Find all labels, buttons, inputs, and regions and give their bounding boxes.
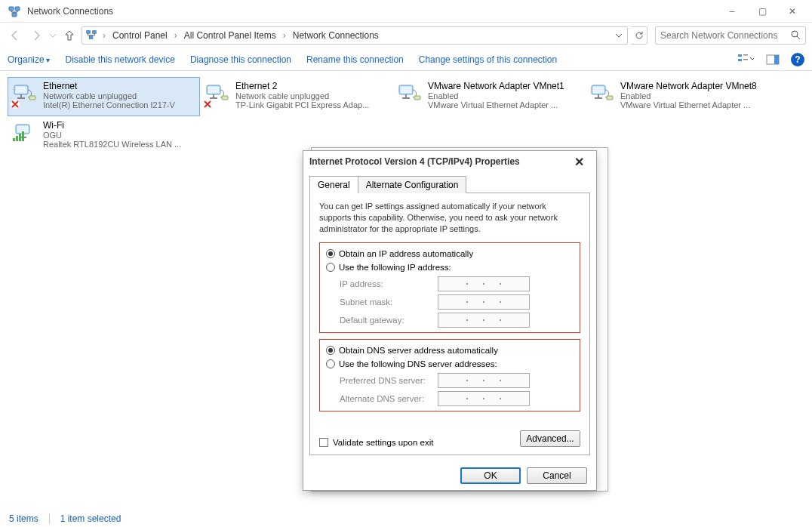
adapter-icon <box>11 81 38 108</box>
adapter-name: Ethernet 2 <box>235 81 369 91</box>
preferred-dns-row: Preferred DNS server: <box>340 373 574 388</box>
adapter-item[interactable]: Wi-Fi OGU Realtek RTL8192CU Wireless LAN… <box>8 116 200 156</box>
svg-rect-32 <box>598 94 599 97</box>
svg-rect-20 <box>208 87 219 93</box>
disable-device-link[interactable]: Disable this network device <box>65 54 174 65</box>
radio-dns-auto[interactable]: Obtain DNS server address automatically <box>326 346 574 355</box>
close-icon: ✕ <box>789 6 796 17</box>
breadcrumb-all-items[interactable]: All Control Panel Items <box>183 30 278 41</box>
window-buttons: – ▢ ✕ <box>717 0 807 23</box>
help-icon[interactable]: ? <box>791 53 804 66</box>
alternate-dns-row: Alternate DNS server: <box>340 391 574 406</box>
radio-ip-auto[interactable]: Obtain an IP address automatically <box>326 249 574 258</box>
view-menu[interactable] <box>737 51 755 69</box>
breadcrumb-control-panel[interactable]: Control Panel <box>111 30 169 41</box>
radio-ip-manual[interactable]: Use the following IP address: <box>326 263 574 272</box>
adapter-icon <box>589 81 616 108</box>
tab-alternate-configuration[interactable]: Alternate Configuration <box>358 176 467 193</box>
breadcrumb-network-connections[interactable]: Network Connections <box>291 30 380 41</box>
default-gateway-row: Default gateway: <box>340 313 574 328</box>
maximize-button[interactable]: ▢ <box>747 0 777 23</box>
adapter-device: TP-Link Gigabit PCI Express Adap... <box>235 100 369 109</box>
svg-rect-34 <box>607 96 613 100</box>
forward-button[interactable] <box>27 26 45 45</box>
tab-general[interactable]: General <box>309 176 358 193</box>
default-gateway-input <box>438 313 530 328</box>
navbar: › Control Panel › All Control Panel Item… <box>0 23 812 48</box>
alternate-dns-label: Alternate DNS server: <box>340 394 438 403</box>
adapter-device: Realtek RTL8192CU Wireless LAN ... <box>43 140 181 149</box>
preview-pane-button[interactable] <box>764 51 782 69</box>
svg-rect-4 <box>93 30 96 33</box>
organize-button[interactable]: Organize <box>8 54 50 65</box>
back-button[interactable] <box>6 26 24 45</box>
disconnected-icon <box>202 99 213 109</box>
rename-link[interactable]: Rename this connection <box>306 54 404 65</box>
adapter-device: VMware Virtual Ethernet Adapter ... <box>428 100 564 109</box>
default-gateway-label: Default gateway: <box>340 316 438 325</box>
radio-icon <box>326 359 335 368</box>
breadcrumb-separator: › <box>172 30 180 41</box>
minimize-button[interactable]: – <box>717 0 747 23</box>
svg-rect-21 <box>213 94 214 97</box>
address-dropdown[interactable] <box>614 32 624 39</box>
address-bar[interactable]: › Control Panel › All Control Panel Item… <box>82 26 628 45</box>
svg-rect-12 <box>774 55 779 64</box>
adapter-text: Ethernet Network cable unplugged Intel(R… <box>43 81 175 109</box>
validate-checkbox-row[interactable]: Validate settings upon exit <box>319 438 433 447</box>
preferred-dns-label: Preferred DNS server: <box>340 376 438 385</box>
svg-rect-28 <box>402 97 410 99</box>
adapter-status: Network cable unplugged <box>235 91 369 100</box>
dialog-close-button[interactable]: ✕ <box>568 155 590 169</box>
diagnose-link[interactable]: Diagnose this connection <box>190 54 291 65</box>
adapter-name: Wi-Fi <box>43 120 181 131</box>
validate-label: Validate settings upon exit <box>333 438 433 447</box>
svg-rect-23 <box>222 96 228 100</box>
advanced-button[interactable]: Advanced... <box>520 430 580 447</box>
radio-dns-manual[interactable]: Use the following DNS server addresses: <box>326 359 574 368</box>
adapter-item[interactable]: VMware Network Adapter VMnet1 Enabled VM… <box>392 77 585 116</box>
svg-rect-36 <box>17 126 28 132</box>
radio-ip-auto-label: Obtain an IP address automatically <box>339 249 473 258</box>
search-icon[interactable] <box>790 29 801 42</box>
toolbar: Organize Disable this network device Dia… <box>0 48 812 71</box>
adapter-name: Ethernet <box>43 81 175 91</box>
svg-rect-39 <box>13 138 15 141</box>
adapter-text: Wi-Fi OGU Realtek RTL8192CU Wireless LAN… <box>43 120 181 149</box>
close-button[interactable]: ✕ <box>777 0 807 23</box>
svg-rect-14 <box>16 87 26 93</box>
history-dropdown[interactable] <box>48 26 57 45</box>
search-box[interactable] <box>655 26 806 45</box>
svg-rect-15 <box>20 94 22 97</box>
status-item-count: 5 items <box>9 513 38 524</box>
svg-rect-5 <box>89 35 92 39</box>
subnet-mask-input <box>438 294 530 310</box>
svg-rect-40 <box>16 136 18 141</box>
adapter-icon <box>204 81 231 108</box>
search-input[interactable] <box>660 30 790 41</box>
adapter-item[interactable]: VMware Network Adapter VMnet8 Enabled VM… <box>585 77 777 116</box>
adapter-icon <box>396 81 423 108</box>
svg-rect-33 <box>595 97 602 99</box>
titlebar: Network Connections – ▢ ✕ <box>0 0 812 23</box>
svg-rect-26 <box>401 87 411 93</box>
dialog-footer: OK Cancel <box>303 461 596 490</box>
status-bar: 5 items 1 item selected <box>0 510 812 527</box>
svg-rect-31 <box>593 87 604 93</box>
status-divider <box>49 513 50 524</box>
breadcrumb-separator: › <box>100 30 108 41</box>
ipv4-properties-dialog: Internet Protocol Version 4 (TCP/IPv4) P… <box>303 150 597 491</box>
change-settings-link[interactable]: Change settings of this connection <box>419 54 557 65</box>
adapter-text: VMware Network Adapter VMnet1 Enabled VM… <box>428 81 564 109</box>
window-title: Network Connections <box>27 6 717 17</box>
ok-button[interactable]: OK <box>460 467 521 484</box>
adapter-item[interactable]: Ethernet Network cable unplugged Intel(R… <box>8 77 200 116</box>
cancel-button[interactable]: Cancel <box>527 467 587 484</box>
up-button[interactable] <box>60 26 78 45</box>
refresh-button[interactable] <box>631 26 647 45</box>
dialog-titlebar[interactable]: Internet Protocol Version 4 (TCP/IPv4) P… <box>303 151 596 172</box>
adapter-status: Enabled <box>428 91 564 100</box>
adapter-status: OGU <box>43 131 181 140</box>
adapter-item[interactable]: Ethernet 2 Network cable unplugged TP-Li… <box>200 77 392 116</box>
status-selected-count: 1 item selected <box>60 513 121 524</box>
